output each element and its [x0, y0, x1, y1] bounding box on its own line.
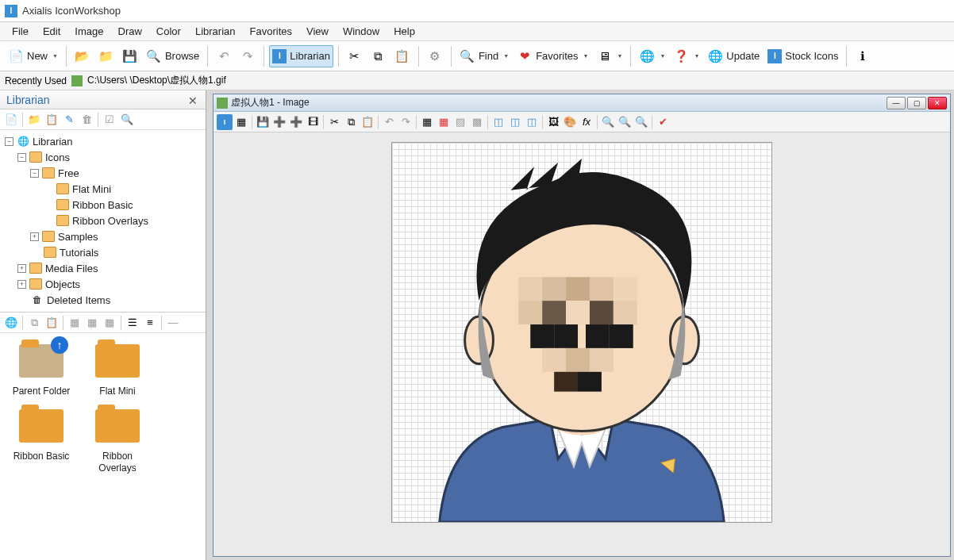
thumb-ribbonbasic[interactable]: Ribbon Basic [8, 406, 75, 474]
browse-button[interactable]: 🔍Browse [143, 45, 202, 67]
refresh-button[interactable]: 🌐 [3, 315, 19, 331]
menu-color[interactable]: Color [149, 23, 188, 40]
tree-tutorials[interactable]: Tutorials [0, 244, 206, 260]
view-detail-button[interactable]: ≡ [142, 315, 158, 331]
menu-file[interactable]: File [5, 23, 36, 40]
doc-color-button[interactable]: 🎨 [562, 114, 578, 130]
close-button[interactable]: ✕ [188, 94, 199, 105]
new-folder-button[interactable]: 📁 [26, 112, 42, 128]
cut-button[interactable]: ✂ [344, 45, 366, 67]
paste-small-button[interactable]: 📋 [44, 315, 60, 331]
pixel-image[interactable] [391, 142, 772, 523]
save-button[interactable]: 💾 [119, 45, 141, 67]
close-button[interactable]: ✕ [928, 97, 947, 109]
doc-sel1-button[interactable]: ◫ [490, 114, 506, 130]
tree-free[interactable]: −Free [0, 165, 206, 181]
tool-b-button[interactable]: ▦ [84, 315, 100, 331]
tool-a-button[interactable]: ▦ [67, 315, 83, 331]
tree-flatmini[interactable]: Flat Mini [0, 181, 206, 197]
doc-zoomin-button[interactable]: 🔍 [617, 114, 633, 130]
item-props-button[interactable]: 📋 [44, 112, 60, 128]
doc-add-button[interactable]: ➕ [271, 114, 287, 130]
edit-button[interactable]: ✎ [61, 112, 77, 128]
tree-objects[interactable]: +Objects [0, 276, 206, 292]
menu-draw[interactable]: Draw [111, 23, 149, 40]
expand-icon[interactable]: + [30, 232, 39, 241]
maximize-button[interactable]: ▢ [907, 97, 926, 109]
doc-check-button[interactable]: ✔ [655, 114, 671, 130]
doc-paste-button[interactable]: 📋 [360, 114, 375, 130]
copy-button[interactable]: ⧉ [367, 45, 390, 67]
update-button[interactable]: 🌐Update [704, 45, 763, 67]
tree-samples[interactable]: +Samples [0, 228, 206, 244]
doc-tool-1[interactable]: ▦ [233, 114, 249, 130]
open-recent-button[interactable]: 📁 [95, 45, 117, 67]
copy-small-button[interactable]: ⧉ [26, 315, 42, 331]
thumb-flatmini[interactable]: Flat Mini [84, 341, 151, 397]
doc-fx-button[interactable]: fx [579, 114, 594, 130]
tool-c-button[interactable]: ▦ [102, 315, 117, 331]
open-button[interactable]: 📂 [71, 45, 94, 67]
delete-button[interactable]: 🗑 [79, 112, 94, 128]
tree-deleted[interactable]: 🗑Deleted Items [0, 292, 206, 308]
doc-img-button[interactable]: 🖼 [545, 114, 561, 130]
menu-window[interactable]: Window [336, 23, 387, 40]
undo-button[interactable]: ↶ [213, 45, 235, 67]
tree-icons[interactable]: −Icons [0, 149, 206, 165]
menu-view[interactable]: View [299, 23, 336, 40]
new-button[interactable]: 📄New▼ [5, 45, 61, 67]
tree-ribbonbasic[interactable]: Ribbon Basic [0, 197, 206, 213]
slider-button[interactable]: — [165, 315, 181, 331]
tree-mediafiles[interactable]: +Media Files [0, 260, 206, 276]
doc-grid-button[interactable]: ▦ [419, 114, 435, 130]
menu-librarian[interactable]: Librarian [188, 23, 243, 40]
doc-titlebar[interactable]: 虚拟人物1 - Image — ▢ ✕ [213, 94, 950, 112]
menu-help[interactable]: Help [387, 23, 422, 40]
doc-red-button[interactable]: ▦ [436, 114, 452, 130]
doc-zoomout-button[interactable]: 🔍 [633, 114, 649, 130]
settings-button[interactable]: ⚙ [424, 45, 446, 67]
doc-sel2-button[interactable]: ◫ [507, 114, 523, 130]
recent-path[interactable]: C:\Users\ \Desktop\虚拟人物1.gif [87, 74, 226, 87]
doc-undo-button[interactable]: ↶ [381, 114, 397, 130]
doc-redo-button[interactable]: ↷ [398, 114, 414, 130]
collapse-icon[interactable]: − [17, 153, 26, 162]
thumb-parent[interactable]: ↑ Parent Folder [8, 341, 75, 397]
doc-cut-button[interactable]: ✂ [326, 114, 342, 130]
info-button[interactable]: ℹ [852, 45, 874, 67]
doc-film-button[interactable]: 🎞 [305, 114, 321, 130]
doc-sel3-button[interactable]: ◫ [524, 114, 540, 130]
expand-icon[interactable]: + [17, 280, 26, 289]
doc-zoomfit-button[interactable]: 🔍 [600, 114, 616, 130]
thumb-ribbonoverlays[interactable]: Ribbon Overlays [84, 406, 151, 474]
librarian-button[interactable]: ILibrarian [269, 45, 333, 67]
menu-favorites[interactable]: Favorites [243, 23, 299, 40]
collapse-icon[interactable]: − [5, 137, 13, 146]
help-button[interactable]: ❓▼ [670, 45, 702, 67]
search-button[interactable]: 🔍 [119, 112, 135, 128]
new-item-button[interactable]: 📄 [3, 112, 19, 128]
paste-button[interactable]: 📋 [391, 45, 414, 67]
doc-gray-button[interactable]: ▨ [452, 114, 468, 130]
doc-canvas[interactable] [213, 132, 950, 556]
doc-new-button[interactable]: I [217, 114, 233, 130]
tree-ribbonoverlays[interactable]: Ribbon Overlays [0, 213, 206, 228]
tree-root[interactable]: −🌐Librarian [0, 133, 206, 149]
collapse-icon[interactable]: − [30, 169, 39, 178]
doc-save-button[interactable]: 💾 [255, 114, 271, 130]
doc-checker-button[interactable]: ▩ [469, 114, 485, 130]
expand-icon[interactable]: + [17, 264, 26, 273]
stock-button[interactable]: IStock Icons [764, 45, 841, 67]
find-button[interactable]: 🔍Find▼ [456, 45, 512, 67]
redo-button[interactable]: ↷ [237, 45, 259, 67]
web-button[interactable]: 🌐▼ [636, 45, 668, 67]
menu-edit[interactable]: Edit [36, 23, 67, 40]
favorites-button[interactable]: ❤Favorites▼ [514, 45, 591, 67]
monitor-button[interactable]: 🖥▼ [594, 45, 626, 67]
check-button[interactable]: ☑ [102, 112, 117, 128]
view-list-button[interactable]: ☰ [125, 315, 140, 331]
doc-add2-button[interactable]: ➕ [288, 114, 304, 130]
minimize-button[interactable]: — [887, 97, 906, 109]
doc-copy-button[interactable]: ⧉ [343, 114, 359, 130]
menu-image[interactable]: Image [67, 23, 110, 40]
